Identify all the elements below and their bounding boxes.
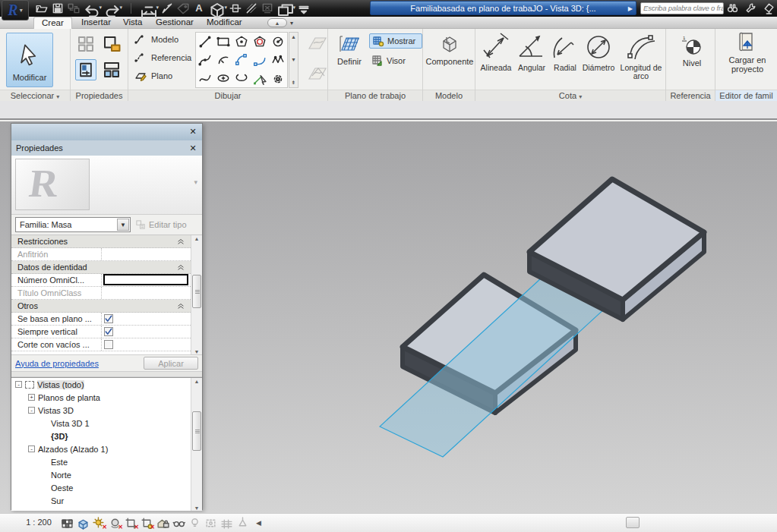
scroll-down-icon[interactable]: ▼ — [191, 349, 202, 354]
switchwin-icon[interactable] — [276, 2, 295, 15]
tree-expander-icon[interactable]: + — [28, 394, 35, 401]
level-button[interactable]: 1 Nivel — [675, 33, 709, 68]
help-wrench-icon[interactable] — [744, 2, 757, 14]
workplane-show-button[interactable]: Mostrar — [369, 33, 422, 49]
property-row[interactable]: Datos de identidad — [11, 261, 191, 274]
scroll-up-icon[interactable]: ▲ — [191, 379, 202, 384]
sun-path-icon[interactable] — [93, 517, 106, 530]
draw-grid-scrollbar[interactable]: ▲ ▼ ⇟ — [289, 32, 298, 88]
ribbon-minimize-dropdown-icon[interactable]: ▾ — [290, 20, 293, 27]
transfer-icon[interactable] — [67, 2, 81, 15]
browser-tree-item[interactable]: + Planos de planta — [11, 391, 202, 404]
tree-expander-icon[interactable]: - — [28, 407, 35, 414]
panel-label-modelo[interactable]: Modelo — [423, 90, 475, 101]
redo-icon[interactable] — [103, 2, 122, 15]
property-value[interactable] — [101, 274, 191, 286]
scroll-down-icon[interactable]: ▼ — [191, 505, 202, 511]
spline-pts-icon[interactable] — [269, 51, 287, 69]
scroll-expand-icon[interactable]: ⇟ — [292, 80, 296, 86]
search-input[interactable]: Escriba palabra clave o frase — [640, 2, 724, 14]
circle-icon[interactable] — [269, 33, 287, 51]
closehidden-icon[interactable] — [261, 2, 274, 15]
rect-icon[interactable] — [214, 33, 232, 51]
line-icon[interactable] — [196, 33, 214, 51]
property-checkbox[interactable] — [104, 327, 113, 336]
save-icon[interactable] — [51, 2, 65, 15]
panel-label-cota[interactable]: Cota ▾ — [475, 90, 665, 101]
draw-reference-button[interactable]: Referencia — [151, 53, 191, 62]
family-types-button[interactable] — [75, 33, 96, 55]
browser-tree-item[interactable]: Norte — [11, 468, 202, 481]
isolate-icon[interactable] — [204, 517, 217, 530]
property-checkbox[interactable] — [104, 314, 113, 323]
spline1-icon[interactable] — [196, 51, 214, 69]
panel-label-referencia[interactable]: Referencia — [666, 90, 715, 101]
arc-tangent-icon[interactable] — [251, 51, 269, 69]
palette-close-icon[interactable]: ✕ — [188, 143, 198, 153]
dimension-button[interactable]: Angular — [515, 30, 548, 72]
property-row[interactable]: Siempre vertical — [11, 326, 191, 338]
panel-label-dibujar[interactable]: Dibujar — [128, 90, 327, 101]
property-row[interactable]: Otros — [11, 300, 191, 313]
properties-palette-header[interactable]: Propiedades ✕ — [11, 140, 202, 156]
shadows-icon[interactable] — [109, 517, 122, 530]
scroll-down-icon[interactable]: ▼ — [291, 57, 296, 62]
type-selector-dropdown[interactable]: Familia: Masa ▼ — [15, 217, 131, 232]
parameters-scrollbar[interactable]: ▲ ▼ — [191, 235, 202, 354]
apply-button[interactable]: Aplicar — [144, 357, 198, 370]
locked-view-icon[interactable] — [156, 517, 169, 530]
ui-tiles-button[interactable] — [101, 59, 122, 80]
status-bar-button[interactable] — [626, 517, 640, 528]
workplane-define-button[interactable]: Definir — [333, 32, 366, 66]
scrollbar-thumb[interactable] — [192, 275, 201, 308]
dock-splitter[interactable] — [11, 371, 202, 377]
reveal-hidden-icon[interactable] — [172, 517, 185, 530]
property-row[interactable]: Restricciones — [11, 235, 191, 248]
property-checkbox[interactable] — [104, 340, 113, 349]
property-input[interactable] — [103, 274, 188, 285]
panel-label-plano-de-trabajo[interactable]: Plano de trabajo — [328, 90, 422, 101]
dimension-button[interactable]: Longitud de arco — [618, 30, 664, 80]
spline2-icon[interactable] — [196, 69, 214, 87]
properties-palette-button[interactable] — [75, 59, 96, 80]
property-value[interactable] — [101, 235, 191, 247]
polygon-icon[interactable] — [232, 33, 251, 51]
worksets-icon[interactable] — [220, 517, 233, 530]
browser-tree-item[interactable]: - Alzados (Alzado 1) — [11, 442, 202, 455]
dock-title-bar[interactable]: ✕ — [11, 124, 202, 140]
displace-icon[interactable] — [236, 517, 249, 530]
workplane-viewer-button[interactable]: Visor — [369, 53, 422, 68]
pellipse-icon[interactable] — [232, 69, 251, 87]
void-form-icon[interactable] — [305, 61, 330, 85]
browser-tree-item[interactable]: - Vistas (todo) — [11, 378, 202, 391]
app-menu-button[interactable]: R ▾ — [2, 0, 29, 20]
collapse-icon[interactable]: ◀ — [252, 517, 265, 530]
title-expand-icon[interactable]: ▶ — [628, 5, 633, 12]
arc-center-icon[interactable] — [214, 51, 232, 69]
text-icon[interactable]: A — [192, 2, 206, 15]
properties-help-link[interactable]: Ayuda de propiedades — [15, 359, 99, 368]
component-button[interactable]: Componente — [426, 32, 473, 66]
dimension-icon[interactable] — [140, 2, 158, 15]
browser-tree-item[interactable]: Vista 3D 1 — [11, 417, 202, 430]
crop-view-icon[interactable] — [125, 517, 137, 530]
crop-region-icon[interactable] — [141, 517, 153, 530]
property-value[interactable] — [101, 300, 191, 312]
open-icon[interactable] — [35, 2, 49, 15]
temp-view-bulb-icon[interactable] — [188, 517, 201, 530]
scroll-up-icon[interactable]: ▲ — [191, 236, 202, 241]
search-binoculars-icon[interactable] — [726, 2, 739, 14]
tag-icon[interactable] — [176, 2, 190, 15]
scale-button[interactable]: 1 : 200 — [20, 517, 58, 529]
tree-expander-icon[interactable]: - — [15, 381, 22, 388]
property-row[interactable]: Título OmniClass — [11, 287, 191, 300]
dimension-button[interactable]: Alineada — [479, 30, 513, 72]
property-value[interactable] — [101, 261, 191, 273]
section-icon[interactable] — [229, 2, 242, 15]
dimension-button[interactable]: Radial — [550, 30, 580, 72]
point-icon[interactable] — [269, 69, 287, 87]
solid-form-icon[interactable] — [305, 32, 330, 56]
property-value[interactable] — [101, 326, 191, 338]
tab-crear[interactable]: Crear — [33, 17, 72, 29]
browser-tree-item[interactable]: - Vistas 3D — [11, 404, 202, 417]
